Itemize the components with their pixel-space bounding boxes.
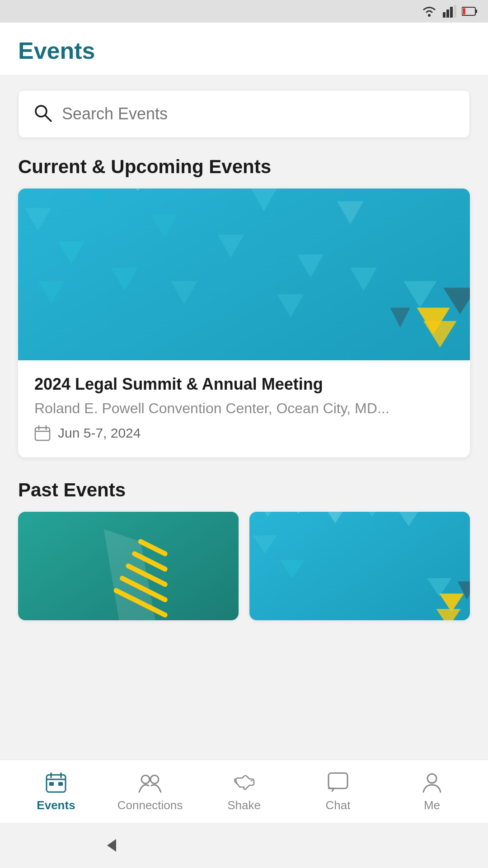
svg-rect-34 [35,428,50,440]
featured-event-card[interactable]: 2024 Legal Summit & Annual Meeting Rolan… [18,189,470,458]
connections-nav-icon [138,770,162,795]
svg-rect-45 [249,512,470,620]
past-event-2-image [249,512,470,620]
main-content: Current & Upcoming Events [0,75,488,760]
svg-rect-10 [18,189,470,360]
svg-rect-2 [446,9,449,18]
status-bar [0,0,488,23]
nav-item-me[interactable]: Me [385,770,479,812]
connections-nav-label: Connections [117,798,183,812]
featured-event-banner [18,189,470,360]
shake-nav-icon [232,770,256,795]
app-header: Events [0,23,488,75]
chat-nav-icon [326,770,350,795]
svg-rect-4 [454,5,456,18]
signal-icon [443,5,456,18]
current-events-title: Current & Upcoming Events [18,156,470,178]
svg-rect-62 [58,782,63,786]
nav-item-events[interactable]: Events [9,770,103,812]
featured-event-info: 2024 Legal Summit & Annual Meeting Rolan… [18,360,470,458]
nav-item-connections[interactable]: Connections [103,770,197,812]
past-events-section: Past Events [18,479,470,620]
chat-nav-label: Chat [326,798,351,812]
search-input[interactable] [62,104,455,123]
featured-event-date: Jun 5-7, 2024 [58,425,141,441]
svg-point-0 [428,14,431,17]
home-button[interactable] [233,835,255,856]
svg-rect-6 [475,9,477,13]
svg-rect-1 [443,12,446,18]
recent-button[interactable] [366,835,387,856]
svg-point-63 [141,775,150,783]
android-nav-bar [0,823,488,868]
svg-point-64 [150,775,159,783]
nav-item-chat[interactable]: Chat [291,770,385,812]
bottom-navigation: Events Connections Shake [0,760,488,823]
past-event-banner-2 [249,512,470,620]
featured-event-date-row: Jun 5-7, 2024 [34,425,454,441]
past-event-card-1[interactable] [18,512,239,620]
me-nav-icon [420,770,444,795]
svg-rect-61 [49,782,54,786]
battery-icon [462,6,477,16]
svg-rect-3 [450,7,453,18]
back-button[interactable] [101,835,122,856]
past-event-card-2[interactable] [249,512,470,620]
svg-line-9 [45,115,51,121]
events-nav-icon [44,770,68,795]
featured-event-title: 2024 Legal Summit & Annual Meeting [34,375,454,394]
shake-nav-label: Shake [227,798,261,812]
past-events-grid [18,512,470,620]
events-nav-label: Events [37,798,75,812]
svg-point-66 [427,774,436,783]
past-events-title: Past Events [18,479,470,501]
svg-marker-67 [107,839,116,852]
nav-item-shake[interactable]: Shake [197,770,291,812]
search-icon [33,103,53,125]
wifi-icon [421,5,437,18]
past-event-1-image [18,512,239,620]
current-events-section: Current & Upcoming Events [18,156,470,458]
me-nav-label: Me [424,798,440,812]
featured-event-location: Roland E. Powell Convention Center, Ocea… [34,400,454,417]
past-event-banner-1 [18,512,239,620]
calendar-small-icon [34,425,51,441]
featured-event-banner-image [18,189,470,360]
search-bar[interactable] [18,90,470,138]
page-title: Events [18,37,470,64]
svg-rect-65 [328,773,347,788]
svg-rect-7 [463,8,465,14]
